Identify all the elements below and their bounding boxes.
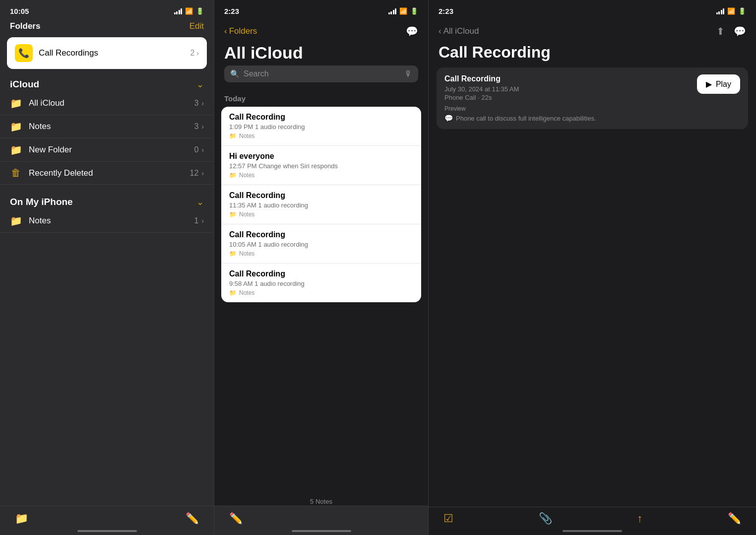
p2-nav: ‹ Folders 💬 xyxy=(224,25,418,37)
note-row-0[interactable]: Call Recording 1:09 PM 1 audio recording… xyxy=(221,107,421,146)
search-input[interactable]: Search xyxy=(244,69,400,78)
new-folder-button[interactable]: 📁 xyxy=(15,512,28,525)
battery-icon: 🔋 xyxy=(196,7,204,15)
search-bar[interactable]: 🔍 Search 🎙 xyxy=(224,66,418,82)
send-icon[interactable]: ↑ xyxy=(637,512,642,525)
wifi-icon-2: 📶 xyxy=(399,7,407,15)
folder-item-recently-deleted[interactable]: 🗑 Recently Deleted 12 › xyxy=(0,162,214,185)
phone-icon: 📞 xyxy=(15,44,33,62)
icloud-section-header: iCloud ⌄ xyxy=(0,75,214,92)
more-icon[interactable]: 💬 xyxy=(734,25,746,37)
time-3: 2:23 xyxy=(439,7,453,15)
wifi-icon: 📶 xyxy=(185,7,193,15)
trash-icon-recently-deleted: 🗑 xyxy=(10,167,22,179)
battery-icon-2: 🔋 xyxy=(410,7,418,15)
panel-call-recording: 2:23 📶 🔋 ‹ All iCloud ⬆ 💬 Call Recording… xyxy=(429,0,756,535)
compose-button-3[interactable]: ✏️ xyxy=(728,512,741,525)
checklist-icon[interactable]: ☑ xyxy=(443,512,453,525)
recording-info: Call Recording July 30, 2024 at 11:35 AM… xyxy=(444,74,596,122)
panel-folders: 10:05 📶 🔋 Folders Edit 📞 Call Recordings… xyxy=(0,0,214,535)
folder-name-new-folder: New Folder xyxy=(29,145,194,155)
status-icons-3: 📶 🔋 xyxy=(716,7,747,15)
note-meta-4: 9:58 AM 1 audio recording xyxy=(229,280,413,287)
note-row-4[interactable]: Call Recording 9:58 AM 1 audio recording… xyxy=(221,264,421,302)
call-recordings-row[interactable]: 📞 Call Recordings 2 › xyxy=(7,37,207,69)
folder-chevron-notes-icloud: › xyxy=(201,123,204,131)
note-folder-0: 📁 Notes xyxy=(229,133,413,139)
time-1: 10:05 xyxy=(10,7,29,15)
folder-icon-notes-icloud: 📁 xyxy=(10,121,22,133)
recording-title: Call Recording xyxy=(444,74,596,83)
folder-count-notes-iphone: 1 xyxy=(194,216,198,225)
note-folder-icon-3: 📁 xyxy=(229,250,237,257)
note-title-0: Call Recording xyxy=(229,113,413,122)
wifi-icon-3: 📶 xyxy=(727,7,735,15)
time-2: 2:23 xyxy=(224,7,239,15)
note-row-1[interactable]: Hi everyone 12:57 PM Change when Siri re… xyxy=(221,146,421,185)
note-folder-2: 📁 Notes xyxy=(229,211,413,218)
panel-all-icloud: 2:23 📶 🔋 ‹ Folders 💬 All iCloud 🔍 Search… xyxy=(214,0,429,535)
folder-icon-new-folder: 📁 xyxy=(10,144,22,156)
call-recordings-right: 2 › xyxy=(190,49,199,58)
notes-count-footer: 5 Notes xyxy=(214,498,428,505)
folder-chevron-notes-iphone: › xyxy=(201,217,204,225)
note-title-4: Call Recording xyxy=(229,269,413,278)
folder-count-notes-icloud: 3 xyxy=(194,122,198,131)
p2-compose-icon[interactable]: 💬 xyxy=(406,25,418,37)
note-title-1: Hi everyone xyxy=(229,152,413,161)
on-my-iphone-collapse-icon[interactable]: ⌄ xyxy=(196,197,204,207)
note-folder-name-0: Notes xyxy=(239,133,254,139)
note-folder-icon-1: 📁 xyxy=(229,172,237,179)
p2-header: ‹ Folders 💬 All iCloud 🔍 Search 🎙 xyxy=(214,18,428,92)
recording-card: Call Recording July 30, 2024 at 11:35 AM… xyxy=(437,67,748,129)
note-folder-1: 📁 Notes xyxy=(229,172,413,179)
battery-icon-3: 🔋 xyxy=(738,7,746,15)
note-folder-name-3: Notes xyxy=(239,250,254,257)
on-my-iphone-title: On My iPhone xyxy=(10,197,73,207)
folder-item-new-folder[interactable]: 📁 New Folder 0 › xyxy=(0,138,214,162)
folders-header: Folders Edit xyxy=(0,18,214,35)
p2-back-button[interactable]: ‹ Folders xyxy=(224,26,257,36)
note-folder-icon-4: 📁 xyxy=(229,289,237,296)
compose-button-2[interactable]: ✏️ xyxy=(229,512,243,525)
note-meta-3: 10:05 AM 1 audio recording xyxy=(229,241,413,248)
p3-back-label: All iCloud xyxy=(443,26,479,36)
folder-icon-all-icloud: 📁 xyxy=(10,97,22,109)
recording-preview-label: Preview xyxy=(444,105,596,112)
note-meta-1: 12:57 PM Change when Siri responds xyxy=(229,162,413,170)
note-folder-name-4: Notes xyxy=(239,289,254,296)
today-label: Today xyxy=(214,92,428,107)
note-folder-icon-0: 📁 xyxy=(229,133,237,139)
status-icons-2: 📶 🔋 xyxy=(388,7,419,15)
p3-note-title: Call Recording xyxy=(429,41,756,67)
note-row-2[interactable]: Call Recording 11:35 AM 1 audio recordin… xyxy=(221,185,421,224)
note-meta-0: 1:09 PM 1 audio recording xyxy=(229,123,413,131)
folder-name-notes-iphone: Notes xyxy=(29,216,194,226)
p2-title: All iCloud xyxy=(224,40,418,66)
share-icon[interactable]: ⬆ xyxy=(716,25,725,37)
compose-button-1[interactable]: ✏️ xyxy=(186,512,199,525)
p3-back-button[interactable]: ‹ All iCloud xyxy=(439,26,479,36)
folder-chevron-new-folder: › xyxy=(201,146,204,154)
status-bar-1: 10:05 📶 🔋 xyxy=(0,0,214,18)
folder-name-notes-icloud: Notes xyxy=(29,122,194,132)
home-indicator-1 xyxy=(77,530,137,532)
p3-back-chevron: ‹ xyxy=(439,26,441,36)
edit-button[interactable]: Edit xyxy=(189,21,204,31)
note-meta-2: 11:35 AM 1 audio recording xyxy=(229,201,413,209)
folder-item-all-icloud[interactable]: 📁 All iCloud 3 › xyxy=(0,92,214,115)
status-icons-1: 📶 🔋 xyxy=(174,7,204,15)
folder-name-all-icloud: All iCloud xyxy=(29,98,194,108)
folder-item-notes-iphone[interactable]: 📁 Notes 1 › xyxy=(0,209,214,233)
note-row-3[interactable]: Call Recording 10:05 AM 1 audio recordin… xyxy=(221,224,421,264)
signal-icon xyxy=(174,8,183,14)
note-title-3: Call Recording xyxy=(229,230,413,239)
transcript-icon: 💬 xyxy=(444,114,453,122)
icloud-collapse-icon[interactable]: ⌄ xyxy=(196,79,204,90)
signal-icon-2 xyxy=(388,8,397,14)
attachment-icon[interactable]: 📎 xyxy=(539,512,552,525)
on-my-iphone-section-header: On My iPhone ⌄ xyxy=(0,193,214,209)
folder-count-recently-deleted: 12 xyxy=(190,169,199,178)
play-button[interactable]: ▶ Play xyxy=(697,74,740,94)
folder-item-notes-icloud[interactable]: 📁 Notes 3 › xyxy=(0,115,214,138)
